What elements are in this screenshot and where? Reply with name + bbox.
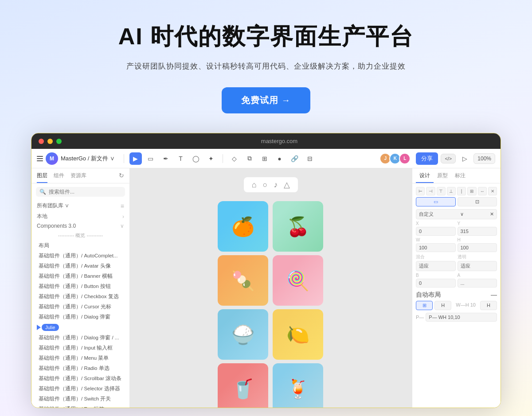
list-item[interactable]: 基础组件（通用）/ Input 输入框 (31, 343, 129, 353)
tab-components[interactable]: 组件 (54, 172, 64, 183)
list-item[interactable]: 基础组件（通用）/ Radio 单选 (31, 363, 129, 373)
fruit-grid: 🍊 🍒 🍡 🍭 🍚 🍋 🥤 (218, 201, 324, 408)
align-bottom-btn[interactable]: ⊞ (467, 187, 476, 195)
custom-select[interactable]: 自定义 ∨ ✕ (416, 209, 497, 219)
layout-grid-btn[interactable]: ⊞ (416, 301, 433, 310)
frame-tool-icon[interactable]: ▭ (145, 152, 157, 165)
auto-layout-minus[interactable]: — (491, 292, 497, 299)
rotation-value[interactable]: ... (458, 279, 497, 288)
tab-resources[interactable]: 资源库 (70, 172, 86, 183)
corner-value[interactable]: 0 (416, 279, 456, 288)
x-value[interactable]: 0 (416, 227, 456, 236)
copy-tool-icon[interactable]: ⧉ (243, 152, 256, 165)
list-item[interactable]: 基础组件（通用）/ Checkbox 复选 (31, 292, 129, 302)
component-btn[interactable]: ⊡ (458, 197, 497, 206)
home-canvas-icon[interactable]: ⌂ (252, 180, 257, 190)
align-left-btn[interactable]: ⊢ (416, 187, 425, 195)
local-arrow[interactable]: › (122, 214, 124, 220)
h-value[interactable]: 100 (458, 243, 497, 252)
search-box[interactable]: 🔍 (36, 187, 125, 197)
blend-value[interactable]: 适应 (416, 261, 456, 271)
tab-annotation[interactable]: 标注 (451, 168, 469, 183)
tab-layers[interactable]: 图层 (37, 172, 47, 183)
fruit-emoji-5: 🍚 (218, 309, 268, 360)
opacity-value[interactable]: 适应 (458, 261, 497, 271)
grid-tool-icon[interactable]: ⊟ (304, 152, 316, 165)
section-header-label: 所有团队库 ∨ (37, 202, 69, 210)
close-align-btn[interactable]: ✕ (488, 187, 497, 195)
w-value[interactable]: 100 (416, 243, 456, 252)
pen-tool-icon[interactable]: ✒ (160, 152, 172, 165)
list-item[interactable]: 基础组件（通用）/ Dialog 弹窗 (31, 312, 129, 322)
share-button[interactable]: 分享 (416, 152, 438, 165)
size-grid: W 100 H 100 (416, 237, 497, 252)
circle-tool-icon[interactable]: ● (274, 152, 286, 165)
crop-tool-icon[interactable]: ⊞ (258, 152, 271, 165)
rotation-label: A (458, 273, 497, 278)
tab-prototype[interactable]: 原型 (434, 168, 451, 183)
list-item[interactable]: 基础组件（通用）/ Selector 选择器 (31, 384, 129, 394)
corner-label: B (416, 273, 456, 278)
star-tool-icon[interactable]: ✦ (205, 152, 217, 165)
list-item[interactable]: 基础组件（通用）/ Switch 开关 (31, 394, 129, 404)
x-field: X 0 (416, 221, 456, 236)
cta-button[interactable]: 免费试用 → (222, 87, 310, 113)
julie-cursor-arrow (37, 325, 41, 330)
select-tool-icon[interactable]: ▶ (129, 152, 142, 165)
frame-btn[interactable]: ▭ (416, 197, 456, 206)
custom-close[interactable]: ✕ (490, 211, 494, 217)
padding-value[interactable]: P— WH 10,10 (426, 313, 497, 322)
maximize-dot[interactable] (56, 139, 62, 144)
text-tool-icon[interactable]: T (175, 152, 187, 165)
shape-tool-icon[interactable]: ◯ (190, 152, 202, 165)
play-button[interactable]: ▷ (458, 152, 471, 165)
minimize-dot[interactable] (47, 139, 53, 144)
link-tool-icon[interactable]: 🔗 (289, 152, 301, 165)
corner-field: B 0 (416, 273, 456, 288)
list-item[interactable]: 基础组件（通用）/ Tag 标签 (31, 404, 129, 408)
tab-design[interactable]: 设计 (416, 168, 434, 183)
components-arrow[interactable]: ∨ (120, 223, 124, 229)
music-canvas-icon[interactable]: ♪ (274, 180, 278, 190)
list-item[interactable]: 基础组件（通用）/ Button 按钮 (31, 281, 129, 292)
align-middle-btn[interactable]: | (457, 187, 466, 195)
section-header-icon[interactable]: ≡ (121, 202, 124, 210)
code-button[interactable]: </> (441, 154, 456, 163)
app-name: MasterGo / 新文件 ∨ (61, 155, 115, 163)
diamond-tool-icon[interactable]: ◇ (228, 152, 241, 165)
fruit-emoji-3: 🍡 (218, 255, 268, 306)
align-top-btn[interactable]: ⊥ (447, 187, 456, 195)
fruit-cell-rice: 🍚 (218, 309, 268, 360)
right-panel-content: ⊢ ⊣ ⊤ ⊥ | ⊞ ↔ ✕ ▭ ⊡ 自定义 ∨ (412, 183, 501, 408)
menu-icon[interactable] (37, 156, 43, 161)
list-item[interactable]: 基础组件（通用）/ Menu 菜单 (31, 353, 129, 363)
refresh-icon[interactable]: ↻ (119, 172, 124, 183)
layout-h-btn[interactable]: H (434, 301, 451, 310)
align-center-btn[interactable]: ⊣ (426, 187, 435, 195)
fruit-emoji-6: 🍋 (273, 309, 323, 360)
padding-row: P— P— WH 10,10 (416, 313, 497, 322)
list-item[interactable]: 基础组件（通用）/ Banner 横幅 (31, 271, 129, 281)
search-icon: 🔍 (39, 189, 46, 195)
user-canvas-icon[interactable]: △ (284, 180, 290, 190)
search-input[interactable] (49, 189, 121, 195)
browser-window: mastergo.com M MasterGo / 新文件 ∨ ▶ ▭ ✒ T … (31, 133, 501, 408)
hero-subtitle: 产设研团队协同提效、设计稿秒转高可用代码、企业级解决方案，助力企业提效 (126, 61, 406, 71)
list-item[interactable]: 基础组件（通用）/ Cursor 光标 (31, 302, 129, 312)
canvas-toolbar: ⌂ ○ ♪ △ (244, 177, 298, 192)
auto-layout-label: 自动布局 (416, 291, 441, 299)
align-right-btn[interactable]: ⊤ (437, 187, 446, 195)
list-item[interactable]: 基础组件（通用）/ Dialog 弹窗 / ... (31, 333, 129, 343)
search-canvas-icon[interactable]: ○ (263, 180, 268, 190)
y-value[interactable]: 315 (458, 227, 497, 236)
zoom-control[interactable]: 100% (473, 153, 495, 164)
canvas-area[interactable]: ⌂ ○ ♪ △ 🍊 🍒 🍡 🍭 🍚 (130, 168, 412, 408)
list-item[interactable]: 基础组件（通用）/ AutoComplet... (31, 251, 129, 261)
distribute-h-btn[interactable]: ↔ (478, 187, 487, 195)
layout-wh-label: W—H 10 (453, 301, 478, 310)
list-item[interactable]: 布局 (31, 241, 129, 251)
close-dot[interactable] (39, 139, 44, 144)
layout-wrap-btn[interactable]: H (480, 301, 497, 310)
list-item[interactable]: 基础组件（通用）/ Scrollbar 滚动条 (31, 373, 129, 384)
list-item[interactable]: 基础组件（通用）/ Avatar 头像 (31, 261, 129, 271)
